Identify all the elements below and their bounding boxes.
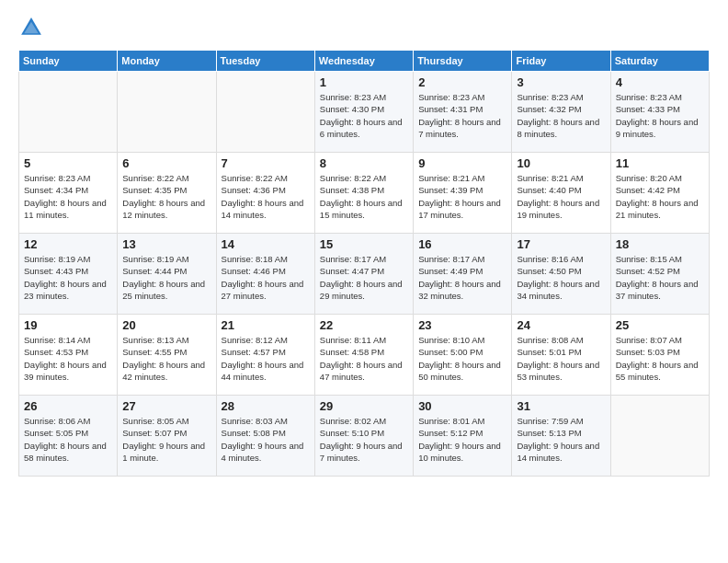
- day-info: Sunrise: 8:11 AMSunset: 4:58 PMDaylight:…: [320, 334, 408, 383]
- weekday-header-thursday: Thursday: [414, 51, 512, 72]
- calendar-cell: 19Sunrise: 8:14 AMSunset: 4:53 PMDayligh…: [19, 315, 118, 396]
- day-number: 7: [222, 156, 310, 170]
- weekday-header-friday: Friday: [512, 51, 610, 72]
- day-number: 18: [616, 237, 704, 251]
- day-number: 16: [418, 237, 506, 251]
- day-info: Sunrise: 8:10 AMSunset: 5:00 PMDaylight:…: [418, 334, 506, 383]
- day-info: Sunrise: 8:17 AMSunset: 4:47 PMDaylight:…: [320, 253, 408, 302]
- day-number: 4: [616, 75, 704, 89]
- day-number: 5: [24, 156, 112, 170]
- weekday-header-sunday: Sunday: [19, 51, 118, 72]
- day-info: Sunrise: 8:06 AMSunset: 5:05 PMDaylight:…: [24, 415, 112, 464]
- day-number: 9: [418, 156, 506, 170]
- calendar-cell: 5Sunrise: 8:23 AMSunset: 4:34 PMDaylight…: [19, 153, 118, 234]
- page: SundayMondayTuesdayWednesdayThursdayFrid…: [0, 0, 728, 563]
- day-number: 21: [222, 318, 310, 332]
- calendar-cell: 9Sunrise: 8:21 AMSunset: 4:39 PMDaylight…: [414, 153, 512, 234]
- day-info: Sunrise: 8:22 AMSunset: 4:36 PMDaylight:…: [222, 172, 310, 221]
- day-number: 20: [122, 318, 210, 332]
- day-info: Sunrise: 8:23 AMSunset: 4:30 PMDaylight:…: [320, 91, 408, 140]
- day-info: Sunrise: 8:22 AMSunset: 4:38 PMDaylight:…: [320, 172, 408, 221]
- calendar-table: SundayMondayTuesdayWednesdayThursdayFrid…: [18, 50, 710, 477]
- day-info: Sunrise: 8:22 AMSunset: 4:35 PMDaylight:…: [122, 172, 210, 221]
- day-number: 19: [24, 318, 112, 332]
- day-number: 31: [517, 399, 605, 413]
- calendar-cell: 20Sunrise: 8:13 AMSunset: 4:55 PMDayligh…: [118, 315, 216, 396]
- day-number: 25: [616, 318, 704, 332]
- day-number: 2: [418, 75, 506, 89]
- day-number: 10: [517, 156, 605, 170]
- day-info: Sunrise: 8:05 AMSunset: 5:07 PMDaylight:…: [122, 415, 210, 464]
- day-number: 29: [320, 399, 408, 413]
- calendar-cell: 28Sunrise: 8:03 AMSunset: 5:08 PMDayligh…: [216, 396, 314, 477]
- day-number: 23: [418, 318, 506, 332]
- day-number: 8: [320, 156, 408, 170]
- calendar-cell: [118, 72, 216, 153]
- calendar-cell: 15Sunrise: 8:17 AMSunset: 4:47 PMDayligh…: [314, 234, 413, 315]
- day-info: Sunrise: 8:19 AMSunset: 4:44 PMDaylight:…: [122, 253, 210, 302]
- day-number: 12: [24, 237, 112, 251]
- calendar-cell: 3Sunrise: 8:23 AMSunset: 4:32 PMDaylight…: [512, 72, 610, 153]
- calendar-cell: [610, 396, 709, 477]
- day-number: 3: [517, 75, 605, 89]
- day-info: Sunrise: 8:16 AMSunset: 4:50 PMDaylight:…: [517, 253, 605, 302]
- calendar-header-row: SundayMondayTuesdayWednesdayThursdayFrid…: [19, 51, 710, 72]
- calendar-cell: 30Sunrise: 8:01 AMSunset: 5:12 PMDayligh…: [414, 396, 512, 477]
- day-info: Sunrise: 8:13 AMSunset: 4:55 PMDaylight:…: [122, 334, 210, 383]
- calendar-week-row: 19Sunrise: 8:14 AMSunset: 4:53 PMDayligh…: [19, 315, 710, 396]
- calendar-cell: 22Sunrise: 8:11 AMSunset: 4:58 PMDayligh…: [314, 315, 413, 396]
- calendar-cell: 13Sunrise: 8:19 AMSunset: 4:44 PMDayligh…: [118, 234, 216, 315]
- calendar-cell: 29Sunrise: 8:02 AMSunset: 5:10 PMDayligh…: [314, 396, 413, 477]
- calendar-cell: 1Sunrise: 8:23 AMSunset: 4:30 PMDaylight…: [314, 72, 413, 153]
- day-info: Sunrise: 8:14 AMSunset: 4:53 PMDaylight:…: [24, 334, 112, 383]
- day-info: Sunrise: 8:21 AMSunset: 4:39 PMDaylight:…: [418, 172, 506, 221]
- day-number: 27: [122, 399, 210, 413]
- day-number: 30: [418, 399, 506, 413]
- calendar-cell: 14Sunrise: 8:18 AMSunset: 4:46 PMDayligh…: [216, 234, 314, 315]
- day-number: 15: [320, 237, 408, 251]
- logo-icon: [18, 15, 44, 40]
- day-info: Sunrise: 8:20 AMSunset: 4:42 PMDaylight:…: [616, 172, 704, 221]
- calendar-cell: 21Sunrise: 8:12 AMSunset: 4:57 PMDayligh…: [216, 315, 314, 396]
- day-info: Sunrise: 8:01 AMSunset: 5:12 PMDaylight:…: [418, 415, 506, 464]
- day-info: Sunrise: 8:23 AMSunset: 4:33 PMDaylight:…: [616, 91, 704, 140]
- calendar-cell: 4Sunrise: 8:23 AMSunset: 4:33 PMDaylight…: [610, 72, 709, 153]
- day-info: Sunrise: 8:08 AMSunset: 5:01 PMDaylight:…: [517, 334, 605, 383]
- calendar-cell: 16Sunrise: 8:17 AMSunset: 4:49 PMDayligh…: [414, 234, 512, 315]
- day-number: 14: [222, 237, 310, 251]
- calendar-cell: [19, 72, 118, 153]
- day-number: 22: [320, 318, 408, 332]
- header: [18, 15, 710, 40]
- calendar-cell: 26Sunrise: 8:06 AMSunset: 5:05 PMDayligh…: [19, 396, 118, 477]
- weekday-header-wednesday: Wednesday: [314, 51, 413, 72]
- weekday-header-tuesday: Tuesday: [216, 51, 314, 72]
- calendar-cell: 8Sunrise: 8:22 AMSunset: 4:38 PMDaylight…: [314, 153, 413, 234]
- day-info: Sunrise: 8:23 AMSunset: 4:31 PMDaylight:…: [418, 91, 506, 140]
- day-number: 1: [320, 75, 408, 89]
- day-number: 28: [222, 399, 310, 413]
- calendar-week-row: 26Sunrise: 8:06 AMSunset: 5:05 PMDayligh…: [19, 396, 710, 477]
- calendar-cell: 18Sunrise: 8:15 AMSunset: 4:52 PMDayligh…: [610, 234, 709, 315]
- calendar-cell: 7Sunrise: 8:22 AMSunset: 4:36 PMDaylight…: [216, 153, 314, 234]
- day-info: Sunrise: 8:21 AMSunset: 4:40 PMDaylight:…: [517, 172, 605, 221]
- day-number: 24: [517, 318, 605, 332]
- calendar-cell: 12Sunrise: 8:19 AMSunset: 4:43 PMDayligh…: [19, 234, 118, 315]
- calendar-week-row: 5Sunrise: 8:23 AMSunset: 4:34 PMDaylight…: [19, 153, 710, 234]
- day-number: 26: [24, 399, 112, 413]
- day-info: Sunrise: 8:15 AMSunset: 4:52 PMDaylight:…: [616, 253, 704, 302]
- day-info: Sunrise: 8:23 AMSunset: 4:32 PMDaylight:…: [517, 91, 605, 140]
- day-info: Sunrise: 8:03 AMSunset: 5:08 PMDaylight:…: [222, 415, 310, 464]
- calendar-week-row: 1Sunrise: 8:23 AMSunset: 4:30 PMDaylight…: [19, 72, 710, 153]
- day-info: Sunrise: 8:02 AMSunset: 5:10 PMDaylight:…: [320, 415, 408, 464]
- day-info: Sunrise: 8:19 AMSunset: 4:43 PMDaylight:…: [24, 253, 112, 302]
- weekday-header-monday: Monday: [118, 51, 216, 72]
- calendar-cell: 6Sunrise: 8:22 AMSunset: 4:35 PMDaylight…: [118, 153, 216, 234]
- calendar-cell: 17Sunrise: 8:16 AMSunset: 4:50 PMDayligh…: [512, 234, 610, 315]
- day-info: Sunrise: 8:17 AMSunset: 4:49 PMDaylight:…: [418, 253, 506, 302]
- weekday-header-saturday: Saturday: [610, 51, 709, 72]
- calendar-cell: 2Sunrise: 8:23 AMSunset: 4:31 PMDaylight…: [414, 72, 512, 153]
- calendar-cell: 25Sunrise: 8:07 AMSunset: 5:03 PMDayligh…: [610, 315, 709, 396]
- day-number: 6: [122, 156, 210, 170]
- day-info: Sunrise: 8:12 AMSunset: 4:57 PMDaylight:…: [222, 334, 310, 383]
- calendar-cell: 27Sunrise: 8:05 AMSunset: 5:07 PMDayligh…: [118, 396, 216, 477]
